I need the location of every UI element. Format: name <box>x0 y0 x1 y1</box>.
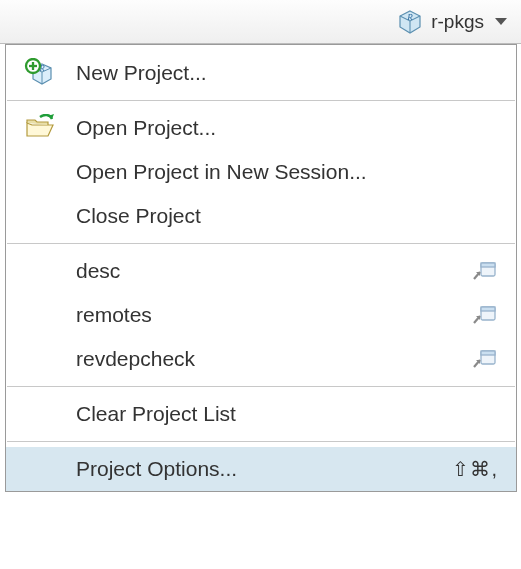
svg-rect-11 <box>481 263 495 267</box>
keyboard-shortcut: ⇧⌘, <box>452 457 498 481</box>
separator <box>7 441 515 442</box>
menu-item-open-in-new-session[interactable]: Open Project in New Session... <box>6 150 516 194</box>
svg-rect-17 <box>481 351 495 355</box>
separator <box>7 386 515 387</box>
menu-item-label: Clear Project List <box>76 402 498 426</box>
menu-item-label: Open Project... <box>76 116 498 140</box>
menu-item-open-project[interactable]: Open Project... <box>6 106 516 150</box>
r-project-cube-icon: R <box>397 9 423 35</box>
menu-item-new-project[interactable]: R New Project... <box>6 51 516 95</box>
menu-item-label: desc <box>76 259 472 283</box>
new-project-icon: R <box>24 58 76 88</box>
menu-item-recent-project[interactable]: remotes <box>6 293 516 337</box>
open-in-new-window-icon[interactable] <box>472 304 498 326</box>
menu-item-recent-project[interactable]: desc <box>6 249 516 293</box>
separator <box>7 243 515 244</box>
separator <box>7 100 515 101</box>
menu-item-label: New Project... <box>76 61 498 85</box>
project-menu: R New Project... Open Project... Open Pr… <box>5 44 517 492</box>
menu-item-close-project[interactable]: Close Project <box>6 194 516 238</box>
open-in-new-window-icon[interactable] <box>472 348 498 370</box>
svg-text:R: R <box>406 12 413 22</box>
menu-item-label: Project Options... <box>76 457 452 481</box>
menu-item-label: remotes <box>76 303 472 327</box>
open-folder-icon <box>24 114 76 142</box>
project-switcher[interactable]: R r-pkgs <box>397 9 507 35</box>
chevron-down-icon <box>495 18 507 25</box>
menu-item-label: revdepcheck <box>76 347 472 371</box>
svg-rect-14 <box>481 307 495 311</box>
toolbar: R r-pkgs <box>0 0 521 44</box>
current-project-label: r-pkgs <box>431 11 484 33</box>
menu-item-label: Close Project <box>76 204 498 228</box>
menu-item-clear-project-list[interactable]: Clear Project List <box>6 392 516 436</box>
menu-item-recent-project[interactable]: revdepcheck <box>6 337 516 381</box>
menu-item-project-options[interactable]: Project Options... ⇧⌘, <box>6 447 516 491</box>
menu-item-label: Open Project in New Session... <box>76 160 498 184</box>
open-in-new-window-icon[interactable] <box>472 260 498 282</box>
